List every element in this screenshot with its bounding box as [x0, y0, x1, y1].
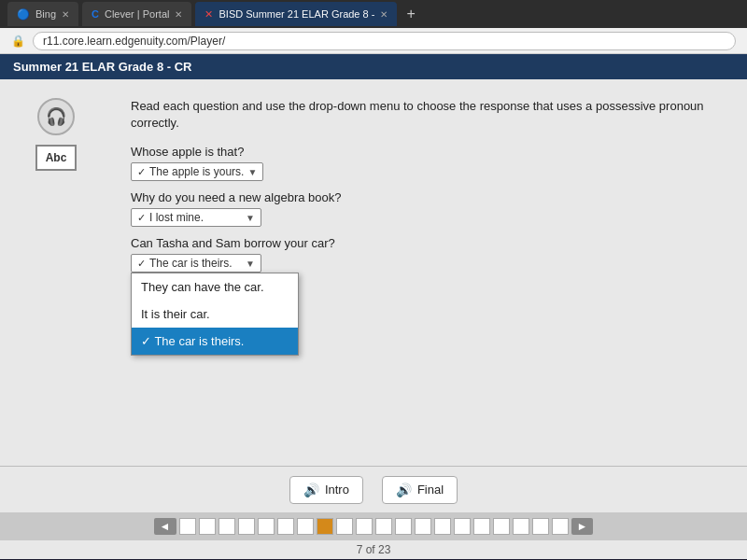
- q3-selected: The car is theirs.: [149, 257, 233, 270]
- pagination-bar: ◄ ►: [0, 512, 747, 540]
- question-3-dropdown-container: ✓ The car is theirs. ▼ They can have the…: [131, 254, 261, 273]
- page-box-9[interactable]: [336, 518, 353, 535]
- address-bar: 🔒 r11.core.learn.edgenuity.com/Player/: [0, 28, 747, 54]
- page-box-12[interactable]: [395, 518, 412, 535]
- address-input[interactable]: r11.core.learn.edgenuity.com/Player/: [33, 32, 736, 50]
- tab-bisd-close[interactable]: ✕: [380, 9, 388, 20]
- dropdown-item-1[interactable]: They can have the car.: [132, 273, 298, 301]
- dropdown-item-3-selected[interactable]: ✓ The car is theirs.: [132, 328, 298, 355]
- q2-check: ✓: [137, 212, 146, 224]
- prev-page-button[interactable]: ◄: [154, 518, 176, 535]
- bottom-toolbar: 🔊 Intro 🔊 Final: [0, 466, 747, 512]
- tab-bing[interactable]: 🔵 Bing ✕: [7, 2, 78, 26]
- intro-button[interactable]: 🔊 Intro: [289, 476, 363, 504]
- tab-bing-close[interactable]: ✕: [62, 9, 69, 20]
- dropdown-item-2[interactable]: It is their car.: [132, 301, 298, 328]
- page-box-10[interactable]: [356, 518, 373, 535]
- final-speaker-icon: 🔊: [396, 483, 412, 497]
- left-panel: 🎧 Abc: [0, 89, 112, 456]
- q1-selected: The apple is yours.: [149, 165, 244, 178]
- tab-bisd-label: BISD Summer 21 ELAR Grade 8 -: [218, 8, 374, 20]
- question-1-dropdown[interactable]: ✓ The apple is yours. ▼: [131, 162, 263, 181]
- q1-check: ✓: [137, 166, 146, 178]
- tab-bing-icon: 🔵: [17, 8, 30, 21]
- page-box-11[interactable]: [375, 518, 392, 535]
- question-2: Why do you need a new algebra book? ✓ I …: [131, 190, 728, 227]
- content-area: Read each question and use the drop-down…: [112, 89, 747, 456]
- question-3-dropdown[interactable]: ✓ The car is theirs. ▼: [131, 254, 261, 273]
- page-box-15[interactable]: [454, 518, 471, 535]
- tab-bar: 🔵 Bing ✕ C Clever | Portal ✕ ✕ BISD Summ…: [0, 0, 747, 28]
- page-box-6[interactable]: [277, 518, 294, 535]
- new-tab-button[interactable]: +: [401, 6, 420, 22]
- page-box-18[interactable]: [513, 518, 529, 535]
- intro-label: Intro: [325, 483, 349, 497]
- q2-arrow: ▼: [246, 213, 255, 223]
- bottom-section: ◄ ► 7 of 23: [0, 512, 747, 559]
- app-header: Summer 21 ELAR Grade 8 - CR: [0, 54, 747, 79]
- question-3: Can Tasha and Sam borrow your car? ✓ The…: [131, 236, 728, 273]
- page-box-17[interactable]: [493, 518, 510, 535]
- page-box-8-current[interactable]: [317, 518, 333, 535]
- page-box-4[interactable]: [238, 518, 255, 535]
- page-box-2[interactable]: [199, 518, 216, 535]
- question-2-text: Why do you need a new algebra book?: [131, 190, 728, 204]
- q3-arrow: ▼: [246, 259, 255, 269]
- main-content: 🎧 Abc Read each question and use the dro…: [0, 79, 747, 466]
- final-label: Final: [417, 483, 444, 497]
- dropdown-menu: They can have the car. It is their car. …: [131, 273, 299, 356]
- page-box-19[interactable]: [532, 518, 549, 535]
- tab-bing-label: Bing: [35, 8, 56, 20]
- page-box-3[interactable]: [218, 518, 235, 535]
- question-2-dropdown[interactable]: ✓ I lost mine. ▼: [131, 208, 261, 227]
- intro-speaker-icon: 🔊: [303, 483, 319, 497]
- question-1: Whose apple is that? ✓ The apple is your…: [131, 145, 728, 181]
- abc-icon[interactable]: Abc: [35, 145, 77, 171]
- page-info: 7 of 23: [0, 540, 747, 559]
- page-box-16[interactable]: [473, 518, 490, 535]
- page-box-5[interactable]: [258, 518, 275, 535]
- q1-arrow: ▼: [247, 167, 257, 177]
- page-box-7[interactable]: [297, 518, 314, 535]
- tab-clever-close[interactable]: ✕: [175, 9, 182, 20]
- tab-bisd-icon: ✕: [204, 8, 213, 21]
- next-page-button[interactable]: ►: [571, 518, 594, 535]
- page-box-13[interactable]: [415, 518, 431, 535]
- page-box-1[interactable]: [179, 518, 196, 535]
- q3-check: ✓: [137, 258, 146, 270]
- tab-clever-icon: C: [92, 8, 99, 20]
- tab-clever-label: Clever | Portal: [105, 8, 170, 20]
- browser-chrome: 🔵 Bing ✕ C Clever | Portal ✕ ✕ BISD Summ…: [0, 0, 747, 54]
- final-button[interactable]: 🔊 Final: [382, 476, 458, 504]
- tab-bisd[interactable]: ✕ BISD Summer 21 ELAR Grade 8 - ✕: [195, 2, 397, 26]
- headphones-icon[interactable]: 🎧: [37, 98, 75, 135]
- app-title: Summer 21 ELAR Grade 8 - CR: [13, 60, 191, 74]
- q2-selected: I lost mine.: [149, 211, 204, 224]
- instructions-text: Read each question and use the drop-down…: [131, 98, 728, 132]
- question-3-text: Can Tasha and Sam borrow your car?: [131, 236, 728, 250]
- question-1-text: Whose apple is that?: [131, 145, 728, 159]
- page-box-14[interactable]: [434, 518, 451, 535]
- page-box-20[interactable]: [552, 518, 569, 535]
- tab-clever[interactable]: C Clever | Portal ✕: [82, 2, 191, 26]
- lock-icon: 🔒: [11, 35, 25, 48]
